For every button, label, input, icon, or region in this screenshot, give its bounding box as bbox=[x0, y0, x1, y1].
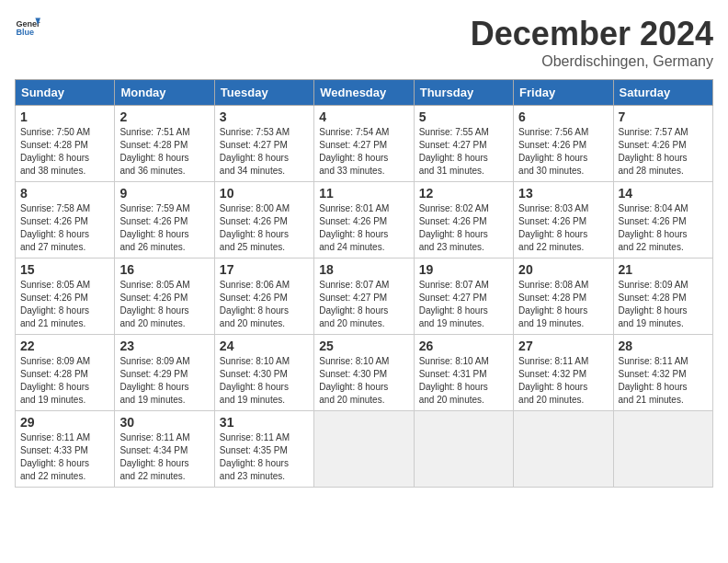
calendar-cell: 23Sunrise: 8:09 AMSunset: 4:29 PMDayligh… bbox=[115, 335, 214, 411]
col-header-tuesday: Tuesday bbox=[214, 80, 313, 106]
col-header-monday: Monday bbox=[115, 80, 214, 106]
cell-info: Sunrise: 8:11 AMSunset: 4:33 PMDaylight:… bbox=[20, 431, 109, 483]
calendar-cell bbox=[613, 411, 712, 488]
calendar-cell: 3Sunrise: 7:53 AMSunset: 4:27 PMDaylight… bbox=[214, 106, 313, 182]
calendar-cell: 2Sunrise: 7:51 AMSunset: 4:28 PMDaylight… bbox=[115, 106, 214, 182]
day-number: 16 bbox=[119, 262, 209, 277]
day-number: 28 bbox=[619, 339, 708, 353]
cell-info: Sunrise: 8:09 AMSunset: 4:28 PMDaylight:… bbox=[20, 355, 109, 407]
day-number: 23 bbox=[119, 339, 209, 353]
day-number: 31 bbox=[220, 415, 309, 430]
calendar-cell: 1Sunrise: 7:50 AMSunset: 4:28 PMDaylight… bbox=[16, 106, 115, 182]
cell-info: Sunrise: 7:57 AMSunset: 4:26 PMDaylight:… bbox=[619, 126, 708, 178]
cell-info: Sunrise: 7:59 AMSunset: 4:26 PMDaylight:… bbox=[119, 202, 209, 254]
calendar-cell: 15Sunrise: 8:05 AMSunset: 4:26 PMDayligh… bbox=[16, 259, 115, 335]
cell-info: Sunrise: 8:00 AMSunset: 4:26 PMDaylight:… bbox=[220, 202, 309, 254]
svg-text:Blue: Blue bbox=[16, 28, 34, 37]
day-number: 22 bbox=[20, 339, 109, 353]
day-number: 6 bbox=[518, 109, 608, 124]
day-number: 18 bbox=[319, 262, 408, 277]
header: General Blue December 2024 Oberdischinge… bbox=[15, 15, 713, 70]
cell-info: Sunrise: 7:54 AMSunset: 4:27 PMDaylight:… bbox=[319, 126, 408, 178]
calendar-cell: 28Sunrise: 8:11 AMSunset: 4:32 PMDayligh… bbox=[613, 335, 712, 411]
cell-info: Sunrise: 8:09 AMSunset: 4:29 PMDaylight:… bbox=[119, 355, 209, 407]
day-number: 29 bbox=[20, 415, 109, 430]
day-number: 14 bbox=[619, 186, 708, 201]
cell-info: Sunrise: 8:10 AMSunset: 4:31 PMDaylight:… bbox=[419, 355, 508, 407]
cell-info: Sunrise: 8:01 AMSunset: 4:26 PMDaylight:… bbox=[319, 202, 408, 254]
col-header-friday: Friday bbox=[514, 80, 613, 106]
day-number: 13 bbox=[518, 186, 608, 201]
calendar-cell: 25Sunrise: 8:10 AMSunset: 4:30 PMDayligh… bbox=[314, 335, 414, 411]
cell-info: Sunrise: 8:11 AMSunset: 4:32 PMDaylight:… bbox=[619, 355, 708, 407]
day-number: 30 bbox=[119, 415, 209, 430]
day-number: 2 bbox=[119, 109, 209, 124]
cell-info: Sunrise: 8:02 AMSunset: 4:26 PMDaylight:… bbox=[419, 202, 508, 254]
day-number: 9 bbox=[119, 186, 209, 201]
calendar-cell: 8Sunrise: 7:58 AMSunset: 4:26 PMDaylight… bbox=[16, 182, 115, 259]
calendar-cell: 22Sunrise: 8:09 AMSunset: 4:28 PMDayligh… bbox=[16, 335, 115, 411]
calendar-cell: 12Sunrise: 8:02 AMSunset: 4:26 PMDayligh… bbox=[414, 182, 513, 259]
col-header-saturday: Saturday bbox=[613, 80, 712, 106]
calendar-cell: 29Sunrise: 8:11 AMSunset: 4:33 PMDayligh… bbox=[16, 411, 115, 488]
day-number: 4 bbox=[319, 109, 408, 124]
day-number: 26 bbox=[419, 339, 508, 353]
calendar-cell: 6Sunrise: 7:56 AMSunset: 4:26 PMDaylight… bbox=[514, 106, 613, 182]
calendar-cell: 5Sunrise: 7:55 AMSunset: 4:27 PMDaylight… bbox=[414, 106, 513, 182]
calendar-cell: 17Sunrise: 8:06 AMSunset: 4:26 PMDayligh… bbox=[214, 259, 313, 335]
calendar-cell: 7Sunrise: 7:57 AMSunset: 4:26 PMDaylight… bbox=[613, 106, 712, 182]
location-title: Oberdischingen, Germany bbox=[471, 53, 713, 70]
cell-info: Sunrise: 8:03 AMSunset: 4:26 PMDaylight:… bbox=[518, 202, 608, 254]
day-number: 21 bbox=[619, 262, 708, 277]
cell-info: Sunrise: 8:05 AMSunset: 4:26 PMDaylight:… bbox=[119, 279, 209, 330]
logo: General Blue bbox=[15, 15, 40, 40]
cell-info: Sunrise: 8:11 AMSunset: 4:34 PMDaylight:… bbox=[119, 431, 209, 483]
month-title: December 2024 bbox=[471, 15, 713, 53]
calendar-cell: 26Sunrise: 8:10 AMSunset: 4:31 PMDayligh… bbox=[414, 335, 513, 411]
week-row-3: 15Sunrise: 8:05 AMSunset: 4:26 PMDayligh… bbox=[16, 259, 713, 335]
day-number: 7 bbox=[619, 109, 708, 124]
col-header-sunday: Sunday bbox=[16, 80, 115, 106]
week-row-1: 1Sunrise: 7:50 AMSunset: 4:28 PMDaylight… bbox=[16, 106, 713, 182]
day-number: 25 bbox=[319, 339, 408, 353]
day-number: 27 bbox=[518, 339, 608, 353]
calendar-cell: 18Sunrise: 8:07 AMSunset: 4:27 PMDayligh… bbox=[314, 259, 414, 335]
cell-info: Sunrise: 8:06 AMSunset: 4:26 PMDaylight:… bbox=[220, 279, 309, 330]
calendar-cell: 21Sunrise: 8:09 AMSunset: 4:28 PMDayligh… bbox=[613, 259, 712, 335]
day-number: 1 bbox=[20, 109, 109, 124]
cell-info: Sunrise: 7:58 AMSunset: 4:26 PMDaylight:… bbox=[20, 202, 109, 254]
cell-info: Sunrise: 8:07 AMSunset: 4:27 PMDaylight:… bbox=[419, 279, 508, 330]
day-number: 20 bbox=[518, 262, 608, 277]
title-area: December 2024 Oberdischingen, Germany bbox=[471, 15, 713, 70]
cell-info: Sunrise: 8:10 AMSunset: 4:30 PMDaylight:… bbox=[220, 355, 309, 407]
day-number: 19 bbox=[419, 262, 508, 277]
cell-info: Sunrise: 8:08 AMSunset: 4:28 PMDaylight:… bbox=[518, 279, 608, 330]
day-number: 11 bbox=[319, 186, 408, 201]
calendar-cell: 24Sunrise: 8:10 AMSunset: 4:30 PMDayligh… bbox=[214, 335, 313, 411]
cell-info: Sunrise: 8:11 AMSunset: 4:32 PMDaylight:… bbox=[518, 355, 608, 407]
day-number: 15 bbox=[20, 262, 109, 277]
calendar-cell bbox=[514, 411, 613, 488]
cell-info: Sunrise: 7:53 AMSunset: 4:27 PMDaylight:… bbox=[220, 126, 309, 178]
cell-info: Sunrise: 8:09 AMSunset: 4:28 PMDaylight:… bbox=[619, 279, 708, 330]
calendar-cell: 13Sunrise: 8:03 AMSunset: 4:26 PMDayligh… bbox=[514, 182, 613, 259]
day-number: 12 bbox=[419, 186, 508, 201]
calendar-cell: 4Sunrise: 7:54 AMSunset: 4:27 PMDaylight… bbox=[314, 106, 414, 182]
col-header-thursday: Thursday bbox=[414, 80, 513, 106]
week-row-5: 29Sunrise: 8:11 AMSunset: 4:33 PMDayligh… bbox=[16, 411, 713, 488]
calendar-cell: 31Sunrise: 8:11 AMSunset: 4:35 PMDayligh… bbox=[214, 411, 313, 488]
calendar-cell: 10Sunrise: 8:00 AMSunset: 4:26 PMDayligh… bbox=[214, 182, 313, 259]
cell-info: Sunrise: 8:04 AMSunset: 4:26 PMDaylight:… bbox=[619, 202, 708, 254]
day-number: 8 bbox=[20, 186, 109, 201]
cell-info: Sunrise: 8:11 AMSunset: 4:35 PMDaylight:… bbox=[220, 431, 309, 483]
cell-info: Sunrise: 7:56 AMSunset: 4:26 PMDaylight:… bbox=[518, 126, 608, 178]
calendar-cell: 27Sunrise: 8:11 AMSunset: 4:32 PMDayligh… bbox=[514, 335, 613, 411]
cell-info: Sunrise: 8:10 AMSunset: 4:30 PMDaylight:… bbox=[319, 355, 408, 407]
cell-info: Sunrise: 7:51 AMSunset: 4:28 PMDaylight:… bbox=[119, 126, 209, 178]
calendar-cell: 9Sunrise: 7:59 AMSunset: 4:26 PMDaylight… bbox=[115, 182, 214, 259]
calendar-cell: 30Sunrise: 8:11 AMSunset: 4:34 PMDayligh… bbox=[115, 411, 214, 488]
logo-icon: General Blue bbox=[15, 15, 40, 40]
day-number: 17 bbox=[220, 262, 309, 277]
week-row-4: 22Sunrise: 8:09 AMSunset: 4:28 PMDayligh… bbox=[16, 335, 713, 411]
calendar-cell: 14Sunrise: 8:04 AMSunset: 4:26 PMDayligh… bbox=[613, 182, 712, 259]
